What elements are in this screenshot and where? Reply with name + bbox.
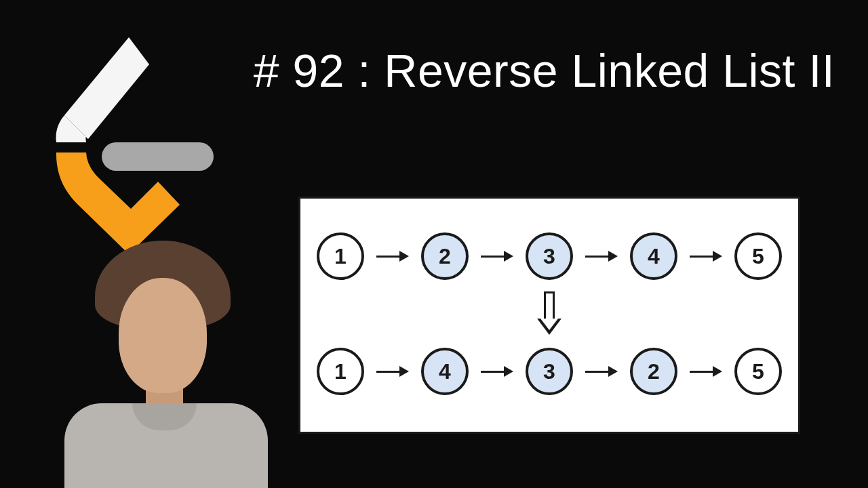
list-node: 5 [734,348,782,395]
arrow-right-icon [585,253,618,259]
arrow-right-icon [690,253,722,259]
list-node: 4 [630,232,677,280]
arrow-right-icon [376,253,409,259]
linked-list-diagram: 1 2 3 4 5 1 4 3 2 5 [298,197,800,434]
presenter-photo [58,217,275,488]
list-node: 4 [421,348,469,395]
transform-arrow [321,287,778,341]
arrow-right-icon [585,369,618,374]
list-node: 5 [734,232,782,280]
linked-list-after: 1 4 3 2 5 [321,341,778,402]
svg-rect-0 [102,142,214,171]
list-node: 2 [630,348,677,395]
arrow-right-icon [481,369,513,374]
linked-list-before: 1 2 3 4 5 [321,226,778,287]
arrow-right-icon [690,369,722,374]
list-node: 1 [317,348,364,395]
arrow-down-icon [537,291,561,336]
list-node: 3 [526,348,573,395]
list-node: 2 [421,232,469,280]
arrow-right-icon [481,253,513,259]
problem-title: # 92 : Reverse Linked List II [241,44,848,97]
arrow-right-icon [376,369,409,374]
list-node: 1 [317,232,364,280]
list-node: 3 [526,232,573,280]
